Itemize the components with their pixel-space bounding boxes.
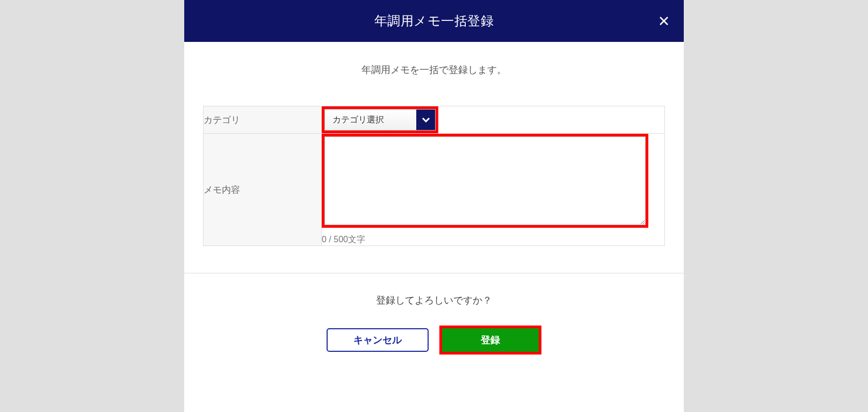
memo-cell: 0 / 500文字 (322, 134, 665, 246)
submit-button[interactable]: 登録 (442, 328, 539, 352)
close-button[interactable] (657, 15, 670, 27)
modal-header: 年調用メモ一括登録 (184, 0, 684, 42)
modal-title: 年調用メモ一括登録 (374, 12, 494, 30)
cancel-button[interactable]: キャンセル (327, 328, 429, 352)
category-select-value: カテゴリ選択 (325, 110, 416, 130)
category-cell: カテゴリ選択 (322, 106, 665, 134)
modal-footer: 登録してよろしいですか？ キャンセル 登録 (184, 273, 684, 376)
memo-label: メモ内容 (204, 134, 322, 246)
memo-textarea-highlight (322, 134, 648, 228)
chevron-down-icon (416, 110, 435, 130)
char-counter: 0 / 500文字 (322, 234, 664, 245)
modal-dialog: 年調用メモ一括登録 年調用メモを一括で登録します。 カテゴリ カテゴリ選択 (184, 0, 684, 412)
confirm-text: 登録してよろしいですか？ (184, 294, 684, 307)
category-select[interactable]: カテゴリ選択 (324, 109, 436, 131)
category-label: カテゴリ (204, 106, 322, 134)
category-select-highlight: カテゴリ選択 (322, 106, 438, 133)
form-table: カテゴリ カテゴリ選択 メモ内 (203, 106, 665, 246)
button-row: キャンセル 登録 (184, 326, 684, 355)
submit-button-highlight: 登録 (439, 326, 541, 355)
memo-textarea[interactable] (324, 136, 646, 225)
modal-body: 年調用メモを一括で登録します。 カテゴリ カテゴリ選択 (184, 42, 684, 273)
close-icon (659, 16, 669, 26)
description-text: 年調用メモを一括で登録します。 (203, 63, 665, 76)
